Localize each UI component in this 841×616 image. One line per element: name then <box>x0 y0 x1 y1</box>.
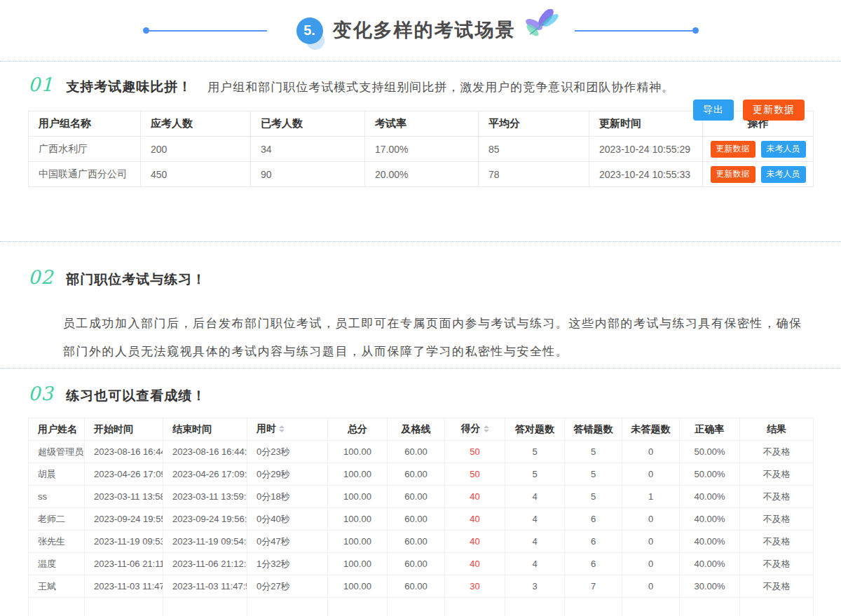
row-actions: 更新数据未考人员 <box>703 162 814 187</box>
col-header: 用户组名称 <box>29 111 141 137</box>
table-cell: 2023-11-06 21:12:36 <box>163 553 247 575</box>
col-header[interactable]: 得分 <box>445 418 505 441</box>
table-cell: 40 <box>445 486 505 508</box>
table-cell: 100.00 <box>328 486 388 508</box>
table-cell: 2023-04-26 17:09:32 <box>163 463 247 486</box>
line-dot-right <box>692 27 699 34</box>
table-cell: 50 <box>445 463 505 486</box>
table-cell: 30.00% <box>680 575 740 598</box>
table-cell: 40 <box>445 508 505 531</box>
col-header: 开始时间 <box>85 418 163 441</box>
table-cell: 2023-03-11 13:58:52 <box>85 486 163 508</box>
table-cell: 5 <box>505 463 565 486</box>
table-cell: 100.00 <box>328 441 388 463</box>
table-cell: 0分23秒 <box>247 441 328 463</box>
table-cell: 2023-04-26 17:09:03 <box>85 463 163 486</box>
table-cell: 中国联通广西分公司 <box>29 162 141 187</box>
table-cell: 30 <box>445 575 505 598</box>
badge-number: 5. <box>296 18 323 44</box>
table-cell: 2023-03-11 13:59:10 <box>163 486 247 508</box>
page-header: 5. 变化多样的考试场景 Chengke online exams <box>0 0 841 62</box>
table-cell: 张先生 <box>29 531 85 553</box>
butterfly-icon <box>523 9 559 43</box>
table-cell: 不及格 <box>740 463 814 486</box>
sort-caret-icon[interactable] <box>484 423 489 435</box>
table-cell: 0分18秒 <box>247 486 328 508</box>
table-cell: 4 <box>505 553 565 575</box>
table-cell: 老师二 <box>29 508 85 531</box>
header-right-line <box>575 27 699 34</box>
table-cell <box>163 598 247 616</box>
table-cell: 不及格 <box>740 508 814 531</box>
col-header: 总分 <box>328 418 388 441</box>
section-number: 01 <box>28 74 53 95</box>
table-row: 王斌2023-11-03 11:47:282023-11-03 11:47:55… <box>29 575 814 598</box>
table-cell: 2023-09-24 19:56:32 <box>163 508 247 531</box>
col-header: 更新时间 <box>589 111 703 137</box>
table-cell: 78 <box>479 162 589 187</box>
table-cell: 2023-10-24 10:55:33 <box>589 162 703 187</box>
table-cell: 60.00 <box>388 531 445 553</box>
practice-score-table: 用户姓名开始时间结束时间用时总分及格线得分答对题数答错题数未答题数正确率结果 超… <box>28 418 814 616</box>
export-button[interactable]: 导出 <box>693 100 734 121</box>
table-cell: 100.00 <box>328 508 388 531</box>
table-cell: 6 <box>565 553 622 575</box>
row-refresh-button[interactable]: 更新数据 <box>711 141 755 158</box>
table-cell: 0 <box>622 441 680 463</box>
col-header: 答对题数 <box>505 418 565 441</box>
section-number: 02 <box>28 266 53 288</box>
table-cell: 40 <box>445 531 505 553</box>
table-cell: 50.00% <box>680 463 740 486</box>
table-cell: 40 <box>445 553 505 575</box>
section-department-exam: 02 部门职位考试与练习！ 员工成功加入部门后，后台发布部门职位考试，员工即可在… <box>0 242 841 369</box>
table-cell: 6 <box>565 531 622 553</box>
col-header[interactable]: 用时 <box>247 418 328 441</box>
table-cell: 85 <box>479 137 589 162</box>
table-cell: 2023-08-16 16:44:11 <box>85 441 163 463</box>
sort-caret-icon[interactable] <box>279 423 285 435</box>
table-cell: 5 <box>565 441 622 463</box>
row-refresh-button[interactable]: 更新数据 <box>711 166 755 183</box>
table-cell: 5 <box>565 463 622 486</box>
table-cell: 4 <box>505 508 565 531</box>
section-number-badge: 5. <box>296 18 323 44</box>
line-right <box>575 30 692 32</box>
table-cell: 34 <box>251 137 365 162</box>
table-cell <box>328 598 388 616</box>
table-cell: 0 <box>622 553 680 575</box>
table-cell: ss <box>29 486 85 508</box>
page-title-wrap: 变化多样的考试场景 Chengke online exams <box>333 21 516 40</box>
table-cell: 0分29秒 <box>247 463 328 486</box>
section-practice-scores: 03 练习也可以查看成绩！ 用户姓名开始时间结束时间用时总分及格线得分答对题数答… <box>0 369 841 616</box>
col-header: 结束时间 <box>163 418 247 441</box>
table-cell: 超级管理员 <box>29 441 85 463</box>
table-cell <box>445 598 505 616</box>
header-left-line <box>143 27 267 34</box>
page-title: 变化多样的考试场景 <box>333 21 516 40</box>
table-cell: 40.00% <box>680 508 740 531</box>
row-untested-button[interactable]: 未考人员 <box>761 141 806 158</box>
table-cell: 0 <box>622 575 680 598</box>
table-cell: 60.00 <box>388 486 445 508</box>
section-heading: 支持考试趣味比拼！ <box>66 78 192 96</box>
table-cell: 不及格 <box>740 441 814 463</box>
table-row: 中国联通广西分公司4509020.00%782023-10-24 10:55:3… <box>29 162 814 187</box>
table-row: 超级管理员2023-08-16 16:44:112023-08-16 16:44… <box>29 441 814 463</box>
table-cell: 2023-11-06 21:11:04 <box>85 553 163 575</box>
table-cell: 100.00 <box>328 575 388 598</box>
table-cell: 17.00% <box>365 137 479 162</box>
table-row: 广西水利厅2003417.00%852023-10-24 10:55:29更新数… <box>29 137 814 162</box>
table-cell: 0分47秒 <box>247 531 328 553</box>
table-cell: 6 <box>565 508 622 531</box>
refresh-data-button[interactable]: 更新数据 <box>743 100 805 121</box>
table-row-partial <box>29 598 814 616</box>
table-cell <box>680 598 740 616</box>
user-group-table: 用户组名称应考人数已考人数考试率平均分更新时间操作 广西水利厅2003417.0… <box>28 111 814 187</box>
table-cell: 60.00 <box>388 463 445 486</box>
table-cell: 40.00% <box>680 531 740 553</box>
table-cell: 90 <box>251 162 365 187</box>
table-cell <box>505 598 565 616</box>
section-description: 用户组和部门职位考试模式支持组别间比拼，激发用户的竞争意识和团队协作精神。 <box>207 79 674 95</box>
row-untested-button[interactable]: 未考人员 <box>761 166 806 183</box>
col-header: 及格线 <box>388 418 445 441</box>
